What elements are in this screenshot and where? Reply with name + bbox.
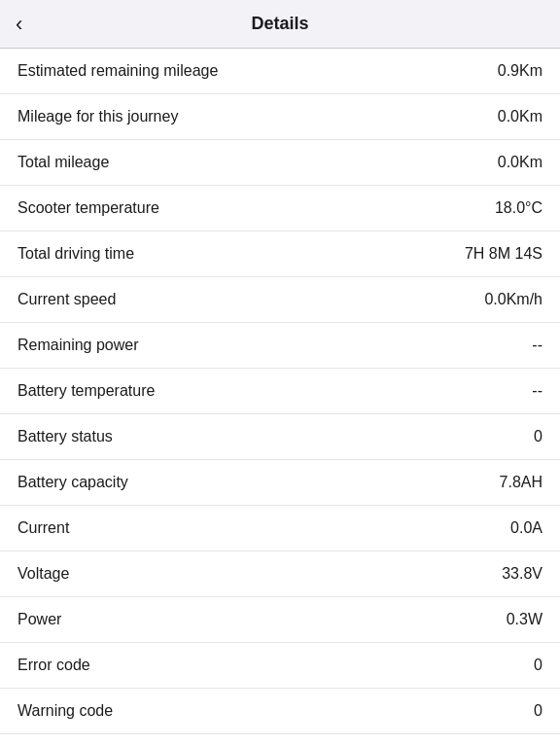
table-row: Current0.0A bbox=[0, 506, 560, 551]
row-value: 0.3W bbox=[507, 611, 542, 628]
row-value: 0.0Km/h bbox=[484, 291, 542, 308]
row-label: Battery capacity bbox=[18, 474, 484, 491]
row-label: Voltage bbox=[18, 565, 486, 583]
row-label: Warning code bbox=[18, 702, 518, 720]
row-label: Total driving time bbox=[18, 245, 449, 263]
row-value: 0.0A bbox=[510, 519, 542, 537]
row-value: 33.8V bbox=[502, 565, 542, 583]
table-row: Power0.3W bbox=[0, 597, 560, 643]
table-row: Total mileage0.0Km bbox=[0, 140, 560, 186]
row-label: Error code bbox=[18, 657, 518, 674]
header-title: Details bbox=[251, 14, 308, 34]
row-value: 7.8AH bbox=[500, 474, 542, 491]
table-row: Scooter temperature18.0°C bbox=[0, 186, 560, 231]
row-label: Power bbox=[18, 611, 491, 628]
table-row: Electronic control version80-e-4(000303d… bbox=[0, 734, 560, 747]
row-label: Estimated remaining mileage bbox=[18, 62, 482, 80]
table-row: Battery capacity7.8AH bbox=[0, 460, 560, 506]
row-label: Remaining power bbox=[18, 337, 516, 354]
table-row: Warning code0 bbox=[0, 689, 560, 734]
table-row: Battery temperature-- bbox=[0, 369, 560, 414]
table-row: Current speed0.0Km/h bbox=[0, 277, 560, 323]
table-row: Mileage for this journey0.0Km bbox=[0, 94, 560, 140]
table-row: Remaining power-- bbox=[0, 323, 560, 369]
row-value: -- bbox=[532, 382, 542, 400]
row-label: Total mileage bbox=[18, 154, 482, 171]
row-value: -- bbox=[532, 337, 542, 354]
row-value: 0.9Km bbox=[498, 62, 542, 80]
row-label: Battery status bbox=[18, 428, 518, 445]
row-label: Scooter temperature bbox=[18, 199, 479, 217]
header: ‹ Details bbox=[0, 0, 560, 49]
table-row: Estimated remaining mileage0.9Km bbox=[0, 49, 560, 94]
row-value: 0 bbox=[534, 702, 542, 720]
table-row: Error code0 bbox=[0, 643, 560, 689]
row-value: 18.0°C bbox=[495, 199, 542, 217]
details-table: Estimated remaining mileage0.9KmMileage … bbox=[0, 49, 560, 747]
row-value: 7H 8M 14S bbox=[465, 245, 542, 263]
row-label: Current speed bbox=[18, 291, 469, 308]
row-value: 0 bbox=[534, 657, 542, 674]
table-row: Battery status0 bbox=[0, 414, 560, 460]
row-label: Current bbox=[18, 519, 495, 537]
table-row: Voltage33.8V bbox=[0, 551, 560, 597]
row-value: 0 bbox=[534, 428, 542, 445]
back-button[interactable]: ‹ bbox=[16, 14, 22, 35]
row-label: Mileage for this journey bbox=[18, 108, 482, 125]
row-value: 0.0Km bbox=[498, 154, 542, 171]
row-value: 0.0Km bbox=[498, 108, 542, 125]
row-label: Battery temperature bbox=[18, 382, 516, 400]
table-row: Total driving time7H 8M 14S bbox=[0, 231, 560, 277]
